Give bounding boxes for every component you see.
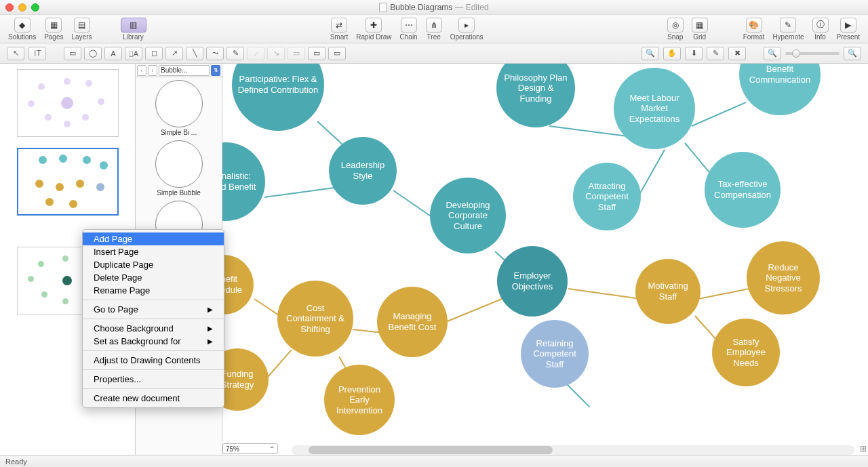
menu-item-duplicate-page[interactable]: Duplicate Page (83, 258, 224, 271)
shape-tool-13[interactable]: ▭ (328, 47, 346, 60)
download-icon[interactable]: ⬇ (685, 47, 703, 60)
zoom-thumb[interactable] (792, 49, 800, 58)
present-button[interactable]: ▶Present (834, 16, 863, 42)
bubble-node[interactable]: Satisfy Employee Needs (712, 319, 780, 386)
smart-button[interactable]: ⇄Smart (328, 16, 351, 42)
connector-line[interactable] (264, 186, 339, 198)
pan-tool-icon[interactable]: ✋ (663, 47, 681, 60)
menu-item-rename-page[interactable]: Rename Page (83, 284, 224, 297)
bubble-node[interactable]: Cost Containment & Shifting (277, 281, 353, 357)
pages-icon: ▦ (45, 18, 62, 33)
bubble-node[interactable]: Retaining Competent Staff (521, 320, 589, 388)
tree-button[interactable]: ⋔Tree (423, 16, 445, 42)
menu-item-add-page[interactable]: Add Page (83, 232, 224, 245)
bubble-node[interactable]: Attracting Competent Staff (573, 163, 641, 230)
menu-item-adjust-to-drawing-contents[interactable]: Adjust to Drawing Contents (83, 354, 224, 367)
lib-forward-icon[interactable]: › (148, 65, 157, 76)
chain-button[interactable]: ⋯Chain (397, 16, 420, 42)
library-button[interactable]: ▥ Library (118, 16, 149, 42)
connector-line[interactable] (267, 349, 292, 377)
shape-tool-8[interactable]: ✎ (226, 47, 244, 60)
library-dropdown-icon[interactable]: ⇅ (211, 65, 220, 76)
eyedropper-icon[interactable]: ✎ (707, 47, 724, 60)
connector-line[interactable] (566, 383, 590, 407)
menu-item-create-new-document[interactable]: Create new document (83, 392, 224, 405)
bubble-node[interactable]: Benefit Communication (739, 64, 821, 115)
zoom-slider[interactable] (785, 52, 840, 55)
shape-tool-11[interactable]: ▭ (288, 47, 305, 60)
info-icon: ⓘ (812, 18, 829, 33)
bubble-node[interactable]: Philosophy Plan Design & Funding (496, 64, 575, 127)
connector-line[interactable] (698, 288, 749, 300)
horizontal-scrollbar[interactable] (292, 445, 854, 455)
shape-tool-6[interactable]: ╲ (186, 47, 203, 60)
text-select-tool[interactable]: ⁞T (28, 47, 46, 60)
solutions-button[interactable]: ◆Solutions (5, 16, 39, 42)
bubble-node[interactable]: Employer Objectives (497, 246, 568, 317)
grid-button[interactable]: ▦Grid (689, 16, 711, 42)
bubble-node[interactable]: Motivating Staff (635, 259, 701, 324)
menu-item-insert-page[interactable]: Insert Page (83, 245, 224, 258)
shape-tool-0[interactable]: ▭ (64, 47, 81, 60)
connector-line[interactable] (444, 298, 502, 323)
rapid-draw-button[interactable]: ✚Rapid Draw (353, 16, 394, 42)
bubble-node[interactable]: Benefit Schedule (222, 255, 254, 314)
page-thumb-2[interactable] (17, 148, 119, 216)
menu-item-go-to-page[interactable]: Go to Page▶ (83, 303, 224, 316)
bubble-node[interactable]: Participative: Flex & Defined Contributi… (232, 64, 324, 131)
pages-button[interactable]: ▦Pages (41, 16, 66, 42)
bubble-node[interactable]: Meet Labour Market Expectations (614, 68, 695, 149)
connector-line[interactable] (692, 102, 747, 127)
library-header: ‹ › Bubble... ⇅ (136, 64, 222, 77)
bubble-node[interactable]: Reduce Negative Stressors (747, 241, 820, 314)
lib-back-icon[interactable]: ‹ (137, 65, 146, 76)
format-button[interactable]: 🎨Format (741, 16, 768, 42)
zoom-select[interactable]: 75%⌃ (222, 443, 278, 454)
shape-tool-3[interactable]: ⌷A (125, 47, 142, 60)
canvas[interactable]: Participative: Flex & Defined Contributi… (222, 64, 868, 455)
zoom-window-icon[interactable] (31, 3, 39, 12)
shape-tool-4[interactable]: ◻ (145, 47, 163, 60)
zoom-in-icon[interactable]: 🔍 (844, 47, 861, 60)
erase-icon[interactable]: ✖ (728, 47, 746, 60)
scrollbar-thumb[interactable] (309, 446, 553, 454)
library-item-label: Simple Bi ... (161, 129, 197, 136)
shape-tool-9[interactable]: ⟋ (247, 47, 264, 60)
page-thumb-1[interactable] (17, 69, 119, 137)
shape-tool-5[interactable]: ↗ (165, 47, 183, 60)
menu-item-delete-page[interactable]: Delete Page (83, 271, 224, 284)
library-item[interactable]: Simple Bi ... (138, 80, 219, 136)
hypernote-button[interactable]: ✎Hypernote (770, 16, 806, 42)
shape-tool-7[interactable]: ⤳ (206, 47, 224, 60)
status-text: Ready (5, 458, 27, 466)
bubble-node[interactable]: Paternalistic: Defined Benefit (222, 142, 265, 221)
connector-line[interactable] (549, 125, 627, 137)
operations-button[interactable]: ▸Operations (448, 16, 486, 42)
resize-corner-icon[interactable]: ⊞ (860, 444, 867, 453)
shape-tool-10[interactable]: ↘ (267, 47, 285, 60)
library-selector[interactable]: Bubble... (159, 65, 210, 76)
bubble-node[interactable]: Managing Benefit Cost (377, 287, 448, 357)
zoom-tool-icon[interactable]: 🔍 (642, 47, 659, 60)
minimize-window-icon[interactable] (18, 3, 26, 12)
menu-item-set-as-background-for[interactable]: Set as Background for▶ (83, 335, 224, 348)
shape-tool-1[interactable]: ◯ (84, 47, 102, 60)
info-button[interactable]: ⓘInfo (810, 16, 831, 42)
bubble-node[interactable]: Leadership Style (329, 137, 397, 205)
zoom-out-icon[interactable]: 🔍 (764, 47, 781, 60)
library-item[interactable]: Simple Bubble (138, 140, 219, 197)
menu-item-properties-[interactable]: Properties... (83, 373, 224, 386)
snap-icon: ◎ (667, 18, 684, 33)
layers-button[interactable]: ▤Layers (69, 16, 95, 42)
connector-line[interactable] (568, 288, 641, 300)
shape-tool-2[interactable]: A (104, 47, 122, 60)
bubble-node[interactable]: Funding Strategy (222, 348, 269, 411)
menu-item-choose-background[interactable]: Choose Background▶ (83, 322, 224, 335)
bubble-node[interactable]: Tax-effective Compensation (705, 152, 781, 228)
bubble-node[interactable]: Prevention Early Intervention (324, 365, 395, 435)
snap-button[interactable]: ◎Snap (665, 16, 686, 42)
shape-tool-12[interactable]: ▭ (308, 47, 326, 60)
close-window-icon[interactable] (5, 3, 14, 12)
pointer-tool[interactable]: ↖ (7, 47, 24, 60)
bubble-node[interactable]: Developing Corporate Culture (430, 178, 506, 253)
